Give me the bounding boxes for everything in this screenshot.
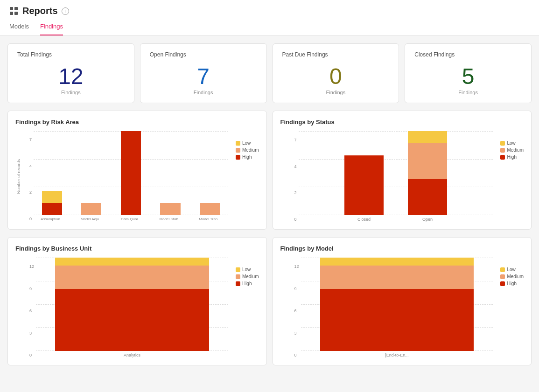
- closed-findings-title: Closed Findings: [414, 51, 522, 58]
- y12-model: 12: [294, 264, 299, 269]
- bar-endtoend-low: [320, 258, 474, 266]
- legend-model-low-dot: [500, 267, 505, 272]
- bar-modeltran: [191, 203, 228, 215]
- bar-open-low: [408, 131, 447, 143]
- bar-open-medium: [408, 143, 447, 179]
- legend-low-dot: [236, 141, 240, 146]
- x-label-dataqual: Data Qual...: [112, 217, 149, 221]
- legend-high: High: [236, 154, 259, 160]
- bar-endtoend-high: [320, 289, 474, 351]
- bar-dataqual: [112, 131, 149, 215]
- x-label-assumption: Assumption...: [34, 217, 70, 221]
- closed-findings-card: Closed Findings 5 Findings: [405, 43, 532, 103]
- bar-modeltran-medium: [200, 203, 220, 215]
- legend-status-medium: Medium: [500, 147, 524, 153]
- legend-bu-high-dot: [236, 281, 240, 286]
- legend-model-low: Low: [500, 267, 524, 272]
- legend-model-medium-label: Medium: [507, 274, 524, 279]
- bar-assumption: [34, 191, 70, 215]
- total-findings-card: Total Findings 12 Findings: [7, 43, 134, 103]
- legend-model-high-label: High: [507, 281, 517, 286]
- x-label-modeladj: Model Adju...: [73, 217, 110, 221]
- open-findings-label: Findings: [150, 90, 257, 95]
- open-findings-value: 7: [150, 65, 257, 88]
- legend-bu-high-label: High: [242, 281, 252, 286]
- bar-open-high: [408, 179, 447, 215]
- bar-endtoend-medium: [320, 266, 474, 289]
- x-label-modeltran: Model Tran...: [191, 217, 228, 221]
- legend-status-medium-label: Medium: [507, 147, 524, 153]
- bar-analytics-high: [55, 289, 209, 351]
- tab-models[interactable]: Models: [9, 20, 29, 35]
- bar-modeladj-medium: [81, 203, 101, 215]
- y12-bu: 12: [29, 264, 34, 269]
- charts-row-1: Findings by Risk Area Number of records …: [7, 111, 532, 230]
- info-icon[interactable]: i: [62, 7, 69, 15]
- legend-high-label: High: [242, 154, 252, 160]
- legend-status-high: High: [500, 154, 524, 160]
- y7-status: 7: [294, 138, 297, 142]
- pastdue-findings-value: 0: [282, 65, 390, 88]
- bar-open: [399, 131, 455, 215]
- legend-status-low-label: Low: [507, 140, 515, 146]
- y6-bu: 6: [29, 308, 34, 313]
- legend-risk-area: Low Medium High: [236, 140, 259, 160]
- header-title-row: Reports i: [9, 6, 530, 16]
- total-findings-label: Findings: [17, 90, 125, 95]
- bar-assumption-low: [42, 191, 62, 203]
- chart-status-title: Findings by Status: [280, 119, 524, 126]
- charts-row-2: Findings by Business Unit 12 9 6 3 0: [7, 237, 532, 365]
- legend-bu: Low Medium High: [236, 267, 259, 286]
- closed-findings-label: Findings: [414, 90, 522, 95]
- legend-low-label: Low: [242, 140, 251, 146]
- y9-bu: 9: [29, 287, 34, 291]
- bar-closed: [336, 155, 392, 215]
- chart-business-unit: Findings by Business Unit 12 9 6 3 0: [7, 237, 267, 365]
- chart-risk-area-title: Findings by Risk Area: [15, 119, 259, 126]
- legend-status: Low Medium High: [500, 140, 524, 160]
- legend-model-medium-dot: [500, 274, 505, 279]
- closed-findings-value: 5: [414, 65, 522, 88]
- legend-bu-low-dot: [236, 267, 240, 272]
- open-findings-title: Open Findings: [150, 51, 257, 58]
- legend-status-low: Low: [500, 140, 524, 146]
- total-findings-title: Total Findings: [17, 51, 125, 58]
- legend-medium-label: Medium: [242, 147, 259, 153]
- bar-modeladj: [73, 203, 110, 215]
- y2-status: 2: [294, 190, 297, 195]
- bar-modelstab: [152, 203, 189, 215]
- chart-status: Findings by Status 7 4 2 0: [273, 111, 532, 230]
- x-label-analytics: Analytics: [36, 353, 228, 357]
- page-title: Reports: [22, 6, 58, 16]
- y0-model: 0: [294, 353, 299, 357]
- y7-risk: 7: [29, 137, 32, 142]
- pastdue-findings-label: Findings: [282, 90, 390, 95]
- legend-medium-dot: [236, 148, 240, 153]
- tab-findings[interactable]: Findings: [40, 20, 63, 35]
- pastdue-findings-title: Past Due Findings: [282, 51, 390, 58]
- y9-model: 9: [294, 287, 299, 291]
- legend-model-medium: Medium: [500, 274, 524, 279]
- legend-medium: Medium: [236, 147, 259, 153]
- pastdue-findings-card: Past Due Findings 0 Findings: [273, 43, 399, 103]
- legend-bu-low-label: Low: [242, 267, 251, 272]
- legend-status-medium-dot: [500, 148, 505, 153]
- summary-cards: Total Findings 12 Findings Open Findings…: [7, 43, 532, 103]
- y3-bu: 3: [29, 331, 34, 336]
- legend-status-high-label: High: [507, 154, 517, 160]
- y0-risk: 0: [29, 217, 32, 221]
- bar-modelstab-medium: [160, 203, 180, 215]
- legend-bu-medium-label: Medium: [242, 274, 259, 279]
- legend-bu-medium: Medium: [236, 274, 259, 279]
- legend-model: Low Medium High: [500, 267, 524, 286]
- svg-rect-0: [10, 7, 13, 10]
- y0-status: 0: [294, 217, 297, 222]
- tab-bar: Models Findings: [9, 20, 530, 35]
- svg-rect-2: [10, 12, 13, 15]
- legend-bu-low: Low: [236, 267, 259, 272]
- x-label-endtoend: [End-to-En...: [301, 353, 493, 357]
- y4-risk: 4: [29, 164, 32, 168]
- svg-rect-1: [14, 7, 18, 10]
- chart-business-unit-title: Findings by Business Unit: [15, 245, 259, 252]
- x-label-modelstab: Model Stab...: [152, 217, 189, 221]
